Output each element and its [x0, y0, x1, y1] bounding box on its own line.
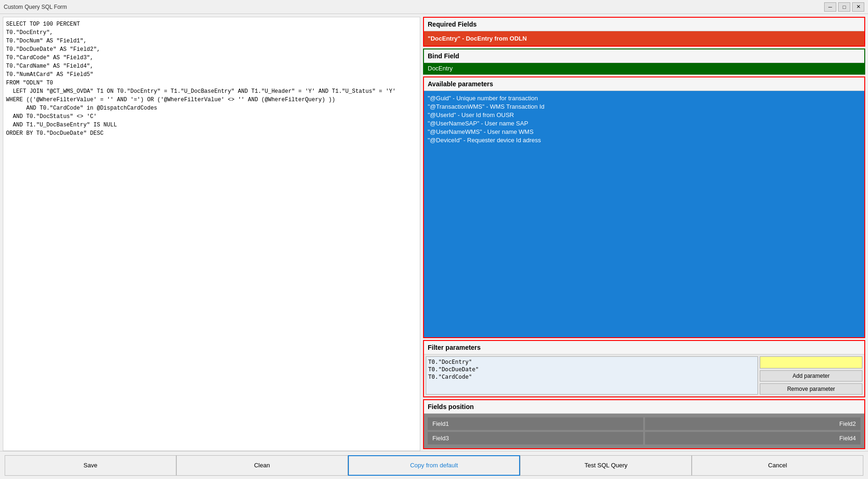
- filter-list-item: T0."CardCode": [428, 374, 756, 380]
- available-param-item: "@UserNameWMS" - User name WMS: [428, 128, 861, 135]
- close-button[interactable]: ✕: [852, 2, 864, 12]
- filter-input[interactable]: [760, 356, 862, 368]
- filter-params-section: Filter parameters T0."DocEntry"T0."DocDu…: [423, 340, 865, 397]
- bind-field-section: Bind Field DocEntry: [423, 49, 865, 75]
- fields-position-body: Field1Field2Field3Field4: [424, 414, 864, 448]
- required-fields-header: Required Fields: [424, 18, 864, 31]
- content-area: SELECT TOP 100 PERCENT T0."DocEntry", T0…: [0, 14, 868, 451]
- available-params-header: Available parameters: [424, 77, 864, 91]
- toolbar-button-test-sql-query[interactable]: Test SQL Query: [520, 455, 692, 476]
- add-parameter-button[interactable]: Add parameter: [760, 370, 862, 382]
- bind-field-body: DocEntry: [424, 63, 864, 74]
- field-position-item: Field4: [645, 432, 861, 444]
- bottom-toolbar: SaveCleanCopy from defaultTest SQL Query…: [0, 451, 868, 479]
- required-fields-body: "DocEntry" - DocEntry from ODLN: [424, 31, 864, 46]
- sql-panel[interactable]: SELECT TOP 100 PERCENT T0."DocEntry", T0…: [3, 17, 420, 451]
- remove-parameter-button[interactable]: Remove parameter: [760, 383, 862, 395]
- toolbar-button-cancel[interactable]: Cancel: [692, 455, 863, 476]
- bind-field-header: Bind Field: [424, 49, 864, 63]
- right-panel: Required Fields "DocEntry" - DocEntry fr…: [423, 17, 865, 451]
- filter-list-item: T0."DocEntry": [428, 359, 756, 365]
- available-params-section: Available parameters "@Guid" - Unique nu…: [423, 76, 865, 338]
- available-param-item: "@UserId" - User Id from OUSR: [428, 111, 861, 118]
- fields-position-section: Fields position Field1Field2Field3Field4: [423, 399, 865, 449]
- maximize-button[interactable]: □: [838, 2, 850, 12]
- filter-list-item: T0."DocDueDate": [428, 366, 756, 373]
- field-position-item: Field3: [428, 432, 643, 444]
- available-param-item: "@TransactionWMS" - WMS Transaction Id: [428, 103, 861, 110]
- available-param-item: "@UserNameSAP" - User name SAP: [428, 120, 861, 127]
- main-container: SELECT TOP 100 PERCENT T0."DocEntry", T0…: [0, 14, 868, 479]
- window-title: Custom Query SQL Form: [4, 4, 67, 10]
- toolbar-button-save[interactable]: Save: [5, 455, 176, 476]
- filter-params-header: Filter parameters: [424, 341, 864, 354]
- title-bar: Custom Query SQL Form ─ □ ✕: [0, 0, 868, 14]
- window-controls: ─ □ ✕: [824, 2, 864, 12]
- toolbar-button-clean[interactable]: Clean: [176, 455, 348, 476]
- required-fields-section: Required Fields "DocEntry" - DocEntry fr…: [423, 17, 865, 47]
- field-position-item: Field1: [428, 417, 643, 430]
- field-position-item: Field2: [645, 417, 861, 430]
- available-params-body: "@Guid" - Unique number for transaction"…: [424, 91, 864, 337]
- toolbar-button-copy-from-default[interactable]: Copy from default: [348, 455, 521, 476]
- filter-right-panel: Add parameter Remove parameter: [760, 356, 862, 395]
- sql-text[interactable]: SELECT TOP 100 PERCENT T0."DocEntry", T0…: [6, 20, 417, 138]
- filter-list[interactable]: T0."DocEntry"T0."DocDueDate"T0."CardCode…: [426, 356, 758, 395]
- available-param-item: "@DeviceId" - Requester device Id adress: [428, 137, 861, 144]
- filter-params-body: T0."DocEntry"T0."DocDueDate"T0."CardCode…: [424, 354, 864, 396]
- fields-position-header: Fields position: [424, 400, 864, 414]
- minimize-button[interactable]: ─: [824, 2, 836, 12]
- available-param-item: "@Guid" - Unique number for transaction: [428, 95, 861, 102]
